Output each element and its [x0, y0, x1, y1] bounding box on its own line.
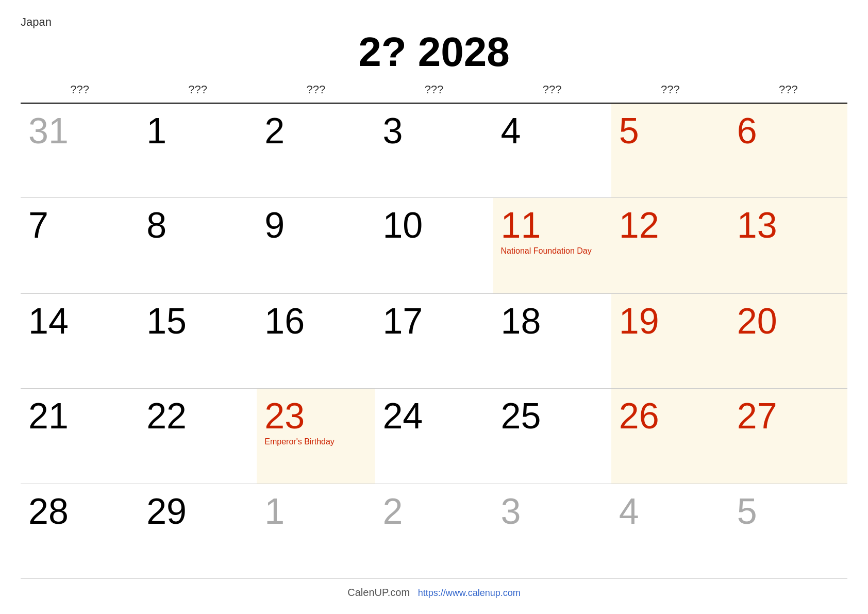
day-number: 1	[146, 113, 249, 149]
month-title: 2? 2028	[21, 31, 847, 73]
calendar-day-cell: 4	[611, 484, 729, 579]
day-number: 14	[28, 303, 131, 339]
calendar-day-cell: 4	[493, 103, 611, 198]
day-number: 5	[619, 113, 722, 149]
day-number: 5	[737, 493, 840, 529]
calendar-day-cell: 20	[729, 293, 847, 388]
day-number: 10	[382, 207, 485, 243]
day-number: 27	[737, 398, 840, 434]
calendar-page: Japan 2? 2028 ????????????????????? 3112…	[0, 0, 868, 614]
day-number: 3	[382, 113, 485, 149]
calendar-week-row: 212223Emperor's Birthday24252627	[21, 388, 847, 484]
calendar-day-cell: 27	[729, 388, 847, 484]
day-holiday-label: National Foundation Day	[501, 246, 604, 256]
calendar-day-cell: 16	[257, 293, 375, 388]
day-number: 22	[146, 398, 249, 434]
calendar-day-cell: 17	[375, 293, 493, 388]
calendar-day-cell: 19	[611, 293, 729, 388]
calendar-day-cell: 25	[493, 388, 611, 484]
calendar-day-cell: 7	[21, 198, 139, 293]
calendar-day-cell: 12	[611, 198, 729, 293]
day-number: 1	[264, 493, 367, 529]
calendar-week-row: 7891011National Foundation Day1213	[21, 198, 847, 293]
weekday-header-5: ???	[611, 78, 729, 103]
weekday-header-4: ???	[493, 78, 611, 103]
day-number: 20	[737, 303, 840, 339]
weekday-header-row: ?????????????????????	[21, 78, 847, 103]
calendar-day-cell: 5	[611, 103, 729, 198]
calendar-day-cell: 11National Foundation Day	[493, 198, 611, 293]
footer: CalenUP.com https://www.calenup.com	[21, 579, 847, 604]
day-number: 7	[28, 207, 131, 243]
calendar-day-cell: 1	[257, 484, 375, 579]
calendar-day-cell: 21	[21, 388, 139, 484]
day-number: 18	[501, 303, 604, 339]
day-number: 24	[382, 398, 485, 434]
weekday-header-2: ???	[257, 78, 375, 103]
day-number: 2	[264, 113, 367, 149]
day-number: 29	[146, 493, 249, 529]
country-label: Japan	[21, 15, 847, 29]
calendar-week-row: 31123456	[21, 103, 847, 198]
calendar-day-cell: 18	[493, 293, 611, 388]
calendar-day-cell: 9	[257, 198, 375, 293]
day-number: 17	[382, 303, 485, 339]
calendar-day-cell: 31	[21, 103, 139, 198]
day-number: 12	[619, 207, 722, 243]
day-number: 15	[146, 303, 249, 339]
day-number: 21	[28, 398, 131, 434]
day-number: 6	[737, 113, 840, 149]
calendar-table: ????????????????????? 311234567891011Nat…	[21, 78, 847, 579]
calendar-day-cell: 1	[139, 103, 257, 198]
day-number: 13	[737, 207, 840, 243]
calendar-week-row: 282912345	[21, 484, 847, 579]
calendar-day-cell: 2	[375, 484, 493, 579]
calendar-week-row: 14151617181920	[21, 293, 847, 388]
calendar-day-cell: 14	[21, 293, 139, 388]
calendar-body: 311234567891011National Foundation Day12…	[21, 103, 847, 579]
day-number: 28	[28, 493, 131, 529]
calendar-day-cell: 10	[375, 198, 493, 293]
calendar-day-cell: 3	[493, 484, 611, 579]
calendar-day-cell: 2	[257, 103, 375, 198]
day-number: 9	[264, 207, 367, 243]
calendar-day-cell: 13	[729, 198, 847, 293]
day-number: 4	[619, 493, 722, 529]
day-number: 31	[28, 113, 131, 149]
day-number: 25	[501, 398, 604, 434]
calendar-day-cell: 5	[729, 484, 847, 579]
calendar-day-cell: 8	[139, 198, 257, 293]
footer-brand: CalenUP.com	[347, 587, 410, 598]
calendar-day-cell: 28	[21, 484, 139, 579]
day-number: 16	[264, 303, 367, 339]
day-number: 8	[146, 207, 249, 243]
weekday-header-6: ???	[729, 78, 847, 103]
day-number: 23	[264, 398, 367, 434]
day-number: 3	[501, 493, 604, 529]
calendar-day-cell: 29	[139, 484, 257, 579]
weekday-header-1: ???	[139, 78, 257, 103]
day-number: 26	[619, 398, 722, 434]
calendar-day-cell: 23Emperor's Birthday	[257, 388, 375, 484]
weekday-header-3: ???	[375, 78, 493, 103]
day-number: 11	[501, 207, 604, 243]
day-number: 2	[382, 493, 485, 529]
calendar-day-cell: 3	[375, 103, 493, 198]
calendar-day-cell: 26	[611, 388, 729, 484]
footer-url[interactable]: https://www.calenup.com	[418, 588, 521, 598]
weekday-header-0: ???	[21, 78, 139, 103]
calendar-day-cell: 6	[729, 103, 847, 198]
day-number: 4	[501, 113, 604, 149]
day-number: 19	[619, 303, 722, 339]
calendar-day-cell: 15	[139, 293, 257, 388]
calendar-day-cell: 22	[139, 388, 257, 484]
day-holiday-label: Emperor's Birthday	[264, 437, 367, 446]
calendar-day-cell: 24	[375, 388, 493, 484]
